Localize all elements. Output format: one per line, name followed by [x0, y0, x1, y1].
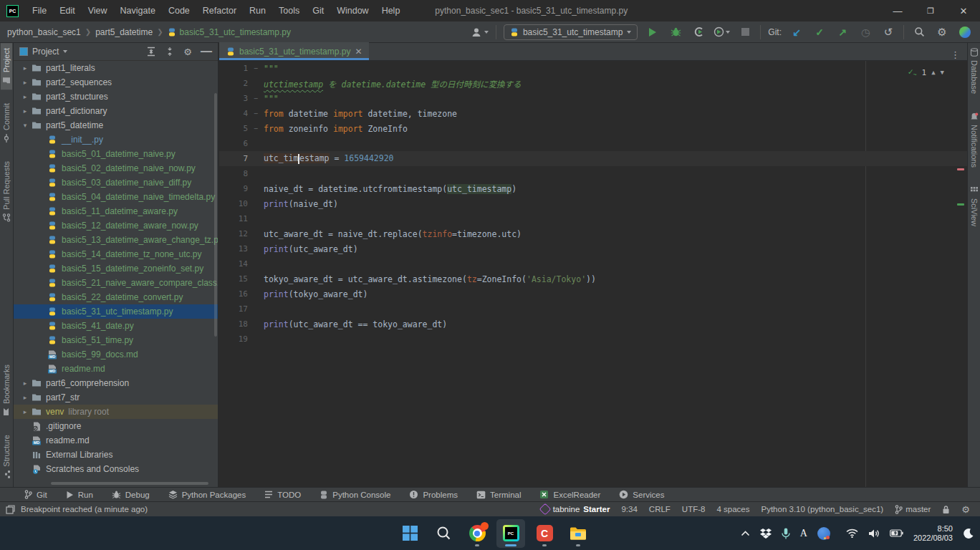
taskbar-search-icon[interactable]	[429, 519, 458, 548]
rollback-button[interactable]: ↺	[880, 24, 896, 40]
project-view-title[interactable]: Project	[32, 47, 59, 57]
code-line-14[interactable]: 14	[219, 256, 967, 271]
code-line-13[interactable]: 13print(utc_aware_dt)	[219, 241, 967, 256]
tree-item-basic5-21-naive-aware-compare-class-py[interactable]: basic5_21_naive_aware_compare_class.py	[14, 276, 218, 290]
line-number[interactable]: 6	[219, 139, 248, 148]
taskbar-pycharm-icon[interactable]: PC	[496, 519, 525, 548]
tree-chevron-icon[interactable]: ▸	[19, 394, 31, 401]
user-account-icon[interactable]	[471, 24, 489, 40]
tree-chevron-icon[interactable]: ▸	[19, 107, 31, 115]
tree-item-basic5-01-datetime-naive-py[interactable]: basic5_01_datetime_naive.py	[14, 147, 218, 161]
prev-issue-icon[interactable]: ▲	[931, 69, 935, 76]
line-number[interactable]: 16	[219, 289, 248, 299]
tree-item-basic5-31-utc-timestamp-py[interactable]: basic5_31_utc_timestamp.py	[14, 304, 218, 319]
next-issue-icon[interactable]: ▼	[941, 69, 944, 76]
coverage-button[interactable]	[714, 24, 730, 40]
collapse-all-icon[interactable]	[165, 47, 175, 57]
microphone-icon[interactable]	[782, 528, 790, 539]
line-number[interactable]: 8	[219, 169, 248, 178]
menu-help[interactable]: Help	[377, 4, 405, 18]
tree-item-basic5-41-date-py[interactable]: basic5_41_date.py	[14, 319, 218, 333]
line-number[interactable]: 2	[219, 79, 248, 88]
tray-chevron-up-icon[interactable]	[741, 531, 750, 536]
line-number[interactable]: 11	[219, 214, 248, 223]
code-line-11[interactable]: 11	[219, 211, 967, 226]
tree-item--gitignore[interactable]: .gitignore	[14, 419, 218, 433]
hide-panel-icon[interactable]: —	[201, 45, 212, 58]
tree-chevron-icon[interactable]: ▸	[19, 64, 31, 72]
git-update-button[interactable]: ↙	[789, 24, 804, 40]
tree-item-basic5-03-datetime-naive-diff-py[interactable]: basic5_03_datetime_naive_diff.py	[14, 175, 218, 190]
wifi-icon[interactable]	[846, 529, 858, 538]
menu-tools[interactable]: Tools	[274, 4, 304, 18]
code-line-4[interactable]: 4−from datetime import datetime, timezon…	[219, 106, 967, 121]
breadcrumb-item-part5-datetime[interactable]: part5_datetime	[95, 27, 153, 37]
menu-git[interactable]: Git	[307, 4, 329, 18]
project-settings-gear-icon[interactable]: ⚙	[183, 47, 192, 57]
error-stripe-mark-ok[interactable]	[957, 203, 964, 206]
tool-button-terminal[interactable]: Terminal	[476, 491, 521, 499]
taskbar-chrome-icon[interactable]	[463, 519, 491, 548]
line-number[interactable]: 7	[219, 154, 248, 163]
tool-button-excelreader[interactable]: ExcelReader	[539, 490, 600, 499]
code-line-12[interactable]: 12utc_aware_dt = naive_dt.replace(tzinfo…	[219, 226, 967, 241]
tab-close-icon[interactable]: ✕	[355, 47, 362, 57]
line-number[interactable]: 10	[219, 199, 248, 208]
stripe-item-project[interactable]: Project	[1, 43, 12, 90]
code-line-17[interactable]: 17	[219, 301, 967, 317]
stripe-item-commit[interactable]: Commit	[1, 98, 12, 148]
status-message[interactable]: Breakpoint reached (a minute ago)	[21, 505, 148, 513]
tabnine-widget[interactable]: tabnine Starter	[541, 505, 610, 513]
line-number[interactable]: 3	[219, 94, 248, 103]
menu-file[interactable]: File	[27, 4, 52, 18]
status-settings-gear-icon[interactable]: ⚙	[961, 504, 970, 515]
search-everywhere-icon[interactable]	[911, 24, 927, 40]
run-button[interactable]	[645, 24, 660, 40]
tree-item-basic5-51-time-py[interactable]: basic5_51_time.py	[14, 333, 218, 347]
python-interpreter[interactable]: Python 3.10 (python_basic_sec1)	[761, 505, 883, 513]
profiler-button[interactable]	[691, 24, 706, 40]
taskbar-camtasia-icon[interactable]: C	[530, 519, 559, 548]
tree-item-basic5-13-datetime-aware-change-tz-py[interactable]: basic5_13_datetime_aware_change_tz.py	[14, 233, 218, 247]
tree-item--init-py[interactable]: __init__.py	[14, 132, 218, 147]
code-editor[interactable]: 1−"""2utctimestamp を datetime.datetime 型…	[219, 61, 967, 487]
menu-code[interactable]: Code	[163, 4, 195, 18]
tree-item-basic5-99-docs-md[interactable]: MDbasic5_99_docs.md	[14, 347, 218, 362]
line-number[interactable]: 19	[219, 334, 248, 344]
line-number[interactable]: 15	[219, 274, 248, 284]
tool-button-services[interactable]: Services	[619, 490, 664, 499]
tool-button-python-console[interactable]: Python Console	[320, 491, 390, 499]
editor-options-kebab-icon[interactable]: ⋮	[943, 49, 967, 60]
tree-item-basic5-02-datetime-naive-now-py[interactable]: basic5_02_datetime_naive_now.py	[14, 161, 218, 175]
tree-item-basic5-15-datetime-zoneinfo-set-py[interactable]: basic5_15_datetime_zoneinfo_set.py	[14, 261, 218, 276]
code-line-10[interactable]: 10print(naive_dt)	[219, 196, 967, 211]
code-line-9[interactable]: 9naive_dt = datetime.utcfromtimestamp(ut…	[219, 181, 967, 196]
git-push-button[interactable]: ↗	[835, 24, 850, 40]
code-line-6[interactable]: 6	[219, 136, 967, 151]
stripe-item-bookmarks[interactable]: Bookmarks	[1, 360, 12, 421]
minimize-button[interactable]: —	[881, 0, 914, 21]
menu-run[interactable]: Run	[244, 4, 271, 18]
start-button[interactable]	[395, 519, 424, 548]
caret-position[interactable]: 9:34	[621, 505, 637, 513]
line-number[interactable]: 5	[219, 124, 248, 133]
battery-icon[interactable]	[890, 529, 903, 537]
inspections-widget[interactable]: ✓~ 1 ▲ ▼	[908, 67, 944, 78]
history-button[interactable]: ◷	[858, 24, 873, 40]
tree-item-scratches-and-consoles[interactable]: Scratches and Consoles	[14, 462, 218, 476]
tree-item-readme-md[interactable]: MDreadme.md	[14, 362, 218, 376]
line-number[interactable]: 9	[219, 184, 248, 193]
tree-item-basic5-04-datetime-naive-timedelta-py[interactable]: basic5_04_datetime_naive_timedelta.py	[14, 190, 218, 204]
expand-all-icon[interactable]	[146, 47, 156, 57]
code-line-5[interactable]: 5−from zoneinfo import ZoneInfo	[219, 121, 967, 136]
tree-chevron-icon[interactable]: ▸	[19, 79, 31, 86]
tree-chevron-icon[interactable]: ▾	[19, 122, 31, 129]
code-line-16[interactable]: 16print(tokyo_aware_dt)	[219, 286, 967, 301]
tree-item-basic5-22-datetime-convert-py[interactable]: basic5_22_datetime_convert.py	[14, 290, 218, 304]
indent-style[interactable]: 4 spaces	[716, 505, 749, 513]
volume-icon[interactable]	[868, 529, 880, 539]
code-line-1[interactable]: 1−"""	[219, 61, 967, 76]
tool-button-run[interactable]: Run	[66, 491, 93, 499]
stripe-item-notifications[interactable]: Notifications	[969, 107, 980, 173]
stripe-item-sciview[interactable]: SciView	[969, 181, 980, 231]
